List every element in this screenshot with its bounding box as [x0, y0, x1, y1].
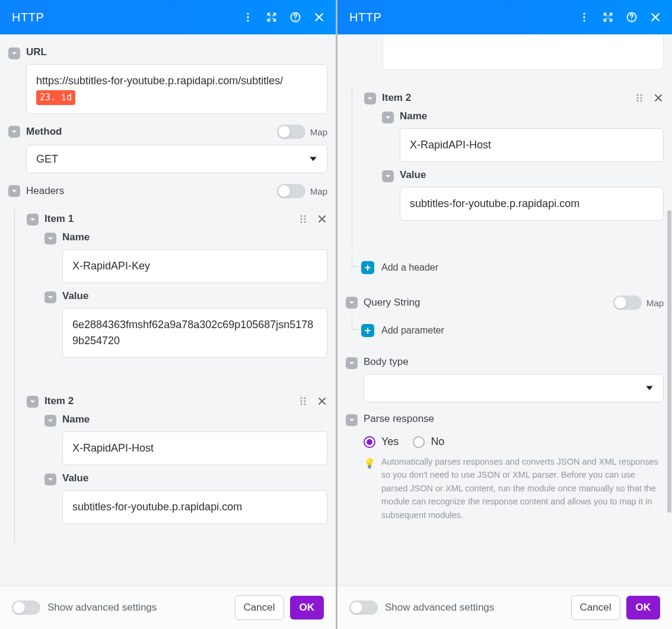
variable-chip[interactable]: 23. id [36, 90, 75, 105]
collapse-button[interactable] [8, 47, 20, 59]
drag-handle-icon[interactable] [298, 396, 308, 406]
method-value: GET [36, 153, 58, 166]
map-toggle[interactable] [277, 184, 305, 198]
remove-item-icon[interactable] [317, 396, 327, 406]
http-panel-right: HTTP Item 2 [336, 0, 672, 629]
map-toggle[interactable] [277, 125, 305, 139]
collapse-button[interactable] [382, 112, 394, 123]
partial-previous-input[interactable] [383, 34, 664, 70]
collapse-button[interactable] [346, 297, 358, 309]
scrollbar-thumb[interactable] [667, 210, 671, 513]
remove-item-icon[interactable] [317, 214, 327, 224]
radio-yes[interactable]: Yes [364, 436, 399, 448]
add-header-row: + Add a header [346, 258, 664, 278]
url-text: https://subtitles-for-youtube.p.rapidapi… [36, 75, 283, 87]
help-icon[interactable] [626, 11, 638, 23]
svg-point-8 [304, 218, 306, 220]
svg-point-25 [641, 97, 642, 99]
item-title: Item 1 [44, 213, 292, 225]
collapse-button[interactable] [27, 396, 39, 408]
advanced-toggle[interactable] [349, 601, 378, 615]
svg-point-24 [637, 97, 639, 99]
remove-item-icon[interactable] [653, 93, 664, 103]
ok-button[interactable]: OK [626, 596, 661, 620]
advanced-label: Show advanced settings [385, 602, 494, 614]
more-icon[interactable] [242, 11, 254, 23]
expand-icon[interactable] [602, 11, 614, 23]
svg-point-17 [583, 13, 585, 15]
lightbulb-icon: 💡 [364, 456, 375, 471]
svg-point-5 [301, 215, 302, 217]
parse-label: Parse response [364, 413, 664, 425]
svg-point-2 [247, 20, 249, 21]
value-input[interactable]: 6e2884363fmshf62a9a78a302c69p105687jsn51… [62, 308, 327, 358]
svg-point-27 [641, 100, 642, 102]
ok-button[interactable]: OK [290, 596, 324, 620]
more-icon[interactable] [578, 11, 590, 23]
url-input[interactable]: https://subtitles-for-youtube.p.rapidapi… [26, 64, 327, 114]
name-input[interactable]: X-RapidAPI-Key [62, 249, 327, 283]
header-item: Item 2 [27, 395, 327, 408]
add-param-row: + Add parameter [346, 320, 664, 341]
value-input[interactable]: subtitles-for-youtube.p.rapidapi.com [62, 490, 327, 524]
collapse-button[interactable] [364, 93, 376, 104]
value-label: Value [62, 290, 327, 302]
panel-footer: Show advanced settings Cancel OK [337, 585, 672, 629]
radio-no[interactable]: No [413, 436, 444, 448]
svg-point-26 [637, 100, 639, 102]
query-label: Query String [364, 297, 420, 309]
collapse-button[interactable] [346, 357, 358, 369]
panel-title: HTTP [12, 11, 242, 24]
hint-text: 💡 Automatically parses responses and con… [364, 455, 664, 522]
panel-title: HTTP [349, 11, 578, 24]
panel-content: Item 2 Name X-RapidAPI-Host [337, 34, 672, 585]
drag-handle-icon[interactable] [298, 214, 308, 224]
body-type-field: Body type [346, 356, 664, 402]
titlebar-actions [242, 11, 325, 23]
drag-handle-icon[interactable] [634, 93, 645, 103]
svg-point-12 [304, 398, 306, 399]
map-toggle[interactable] [613, 296, 642, 310]
body-select[interactable] [364, 374, 664, 402]
collapse-button[interactable] [346, 414, 358, 426]
collapse-button[interactable] [27, 214, 39, 225]
map-label: Map [310, 186, 327, 196]
name-input[interactable]: X-RapidAPI-Host [400, 128, 664, 162]
header-item: Item 2 [364, 91, 664, 104]
advanced-toggle[interactable] [12, 601, 40, 615]
add-header-button[interactable]: + [361, 261, 374, 274]
value-input[interactable]: subtitles-for-youtube.p.rapidapi.com [400, 187, 664, 221]
titlebar: HTTP [337, 0, 672, 34]
collapse-button[interactable] [382, 170, 394, 182]
svg-point-1 [247, 16, 249, 18]
collapse-button[interactable] [44, 291, 56, 303]
collapse-button[interactable] [8, 126, 20, 138]
svg-point-23 [641, 94, 642, 96]
item-title: Item 2 [44, 395, 292, 407]
parse-options: Yes No [364, 431, 664, 455]
close-icon[interactable] [313, 11, 325, 23]
svg-point-10 [304, 221, 306, 223]
add-param-button[interactable]: + [361, 324, 374, 337]
collapse-button[interactable] [44, 474, 56, 485]
collapse-button[interactable] [44, 415, 56, 427]
svg-point-4 [295, 19, 296, 20]
collapse-button[interactable] [8, 185, 20, 197]
name-input[interactable]: X-RapidAPI-Host [62, 431, 327, 465]
expand-icon[interactable] [266, 11, 278, 23]
method-field: Method Map GET [8, 125, 327, 173]
svg-point-16 [304, 404, 306, 405]
method-select[interactable]: GET [26, 145, 327, 173]
help-icon[interactable] [289, 11, 301, 23]
cancel-button[interactable]: Cancel [235, 595, 284, 620]
close-icon[interactable] [649, 11, 661, 23]
panel-footer: Show advanced settings Cancel OK [0, 585, 336, 629]
map-label: Map [310, 127, 327, 137]
collapse-button[interactable] [44, 233, 56, 244]
advanced-label: Show advanced settings [47, 602, 157, 614]
headers-list: Item 2 Name X-RapidAPI-Host [352, 88, 664, 246]
cancel-button[interactable]: Cancel [571, 595, 620, 620]
radio-dot-icon [364, 436, 375, 448]
chevron-down-icon [645, 384, 654, 392]
svg-point-21 [631, 19, 632, 20]
